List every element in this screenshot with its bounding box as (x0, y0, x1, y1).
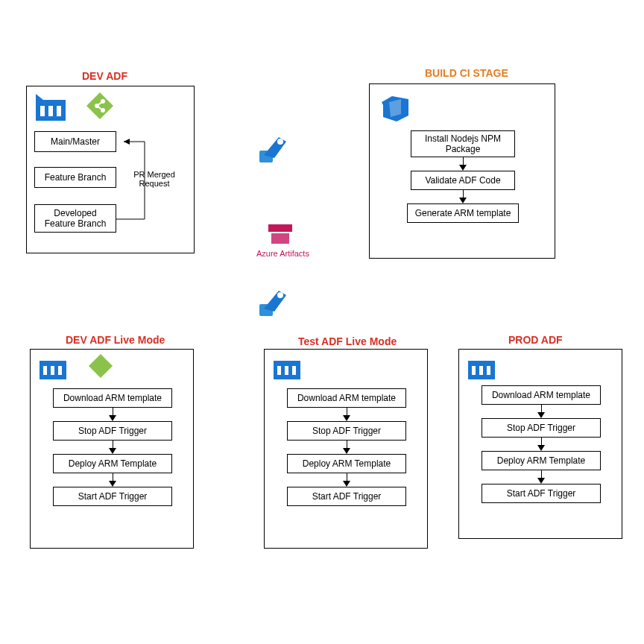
test-live-title: Test ADF Live Mode (298, 335, 397, 347)
svg-marker-25 (89, 354, 113, 378)
download-arm-box: Download ARM template (53, 388, 172, 408)
svg-rect-23 (51, 366, 54, 375)
download-arm-box: Download ARM template (287, 388, 406, 408)
azure-artifacts-label: Azure Artifacts (256, 249, 309, 258)
svg-rect-32 (479, 366, 483, 375)
svg-marker-5 (86, 92, 113, 119)
git-icon (87, 353, 114, 382)
start-trigger-box: Start ADF Trigger (53, 487, 172, 506)
svg-point-16 (277, 139, 283, 145)
stop-trigger-box: Stop ADF Trigger (53, 421, 172, 441)
test-live-panel: Download ARM template Stop ADF Trigger D… (264, 349, 428, 549)
dev-live-title: DEV ADF Live Mode (66, 334, 165, 346)
prod-adf-panel: Download ARM template Stop ADF Trigger D… (458, 349, 622, 539)
svg-rect-3 (57, 106, 61, 116)
download-arm-box: Download ARM template (482, 385, 601, 405)
svg-rect-28 (285, 366, 288, 375)
adf-factory-icon (468, 356, 495, 382)
svg-rect-33 (487, 366, 490, 375)
install-npm-box: Install Nodejs NPM Package (411, 130, 515, 157)
svg-rect-29 (292, 366, 296, 375)
azure-pipeline-icon (256, 128, 294, 168)
deploy-arm-box: Deploy ARM Template (482, 451, 601, 470)
svg-point-20 (277, 292, 283, 298)
svg-rect-31 (472, 366, 476, 375)
svg-rect-1 (40, 106, 45, 116)
start-trigger-box: Start ADF Trigger (287, 487, 406, 506)
dev-feature-branch-box: Developed Feature Branch (34, 204, 116, 233)
deploy-arm-box: Deploy ARM Template (287, 454, 406, 473)
svg-rect-18 (271, 233, 289, 244)
svg-rect-22 (43, 366, 47, 375)
deploy-arm-box: Deploy ARM Template (53, 454, 172, 473)
prod-adf-title: PROD ADF (508, 334, 563, 346)
validate-adf-box: Validate ADF Code (411, 171, 515, 190)
feature-branch-box: Feature Branch (34, 167, 116, 188)
svg-marker-4 (36, 94, 43, 100)
pr-merge-label: PR Merged Request (122, 170, 186, 188)
adf-factory-icon (36, 94, 66, 124)
build-ci-title: BUILD CI STAGE (425, 67, 508, 79)
dev-adf-title: DEV ADF (82, 70, 127, 82)
svg-marker-14 (124, 139, 130, 145)
dev-live-panel: Download ARM template Stop ADF Trigger D… (30, 349, 194, 549)
svg-rect-2 (48, 106, 53, 116)
adf-factory-icon (40, 356, 66, 382)
dev-adf-panel: Main/Master Feature Branch Developed Fea… (26, 86, 195, 253)
svg-rect-24 (58, 366, 62, 375)
azure-pipeline-icon-2 (256, 282, 294, 322)
stop-trigger-box: Stop ADF Trigger (482, 418, 601, 438)
git-icon (85, 91, 115, 124)
adf-factory-icon (274, 356, 300, 382)
start-trigger-box: Start ADF Trigger (482, 484, 601, 503)
azure-devops-icon (379, 92, 411, 127)
svg-rect-17 (268, 224, 292, 232)
build-ci-panel: Install Nodejs NPM Package Validate ADF … (369, 83, 555, 259)
generate-arm-box: Generate ARM template (407, 203, 519, 223)
main-master-box: Main/Master (34, 131, 116, 152)
azure-artifacts-icon (267, 220, 294, 250)
stop-trigger-box: Stop ADF Trigger (287, 421, 406, 441)
svg-rect-27 (277, 366, 281, 375)
